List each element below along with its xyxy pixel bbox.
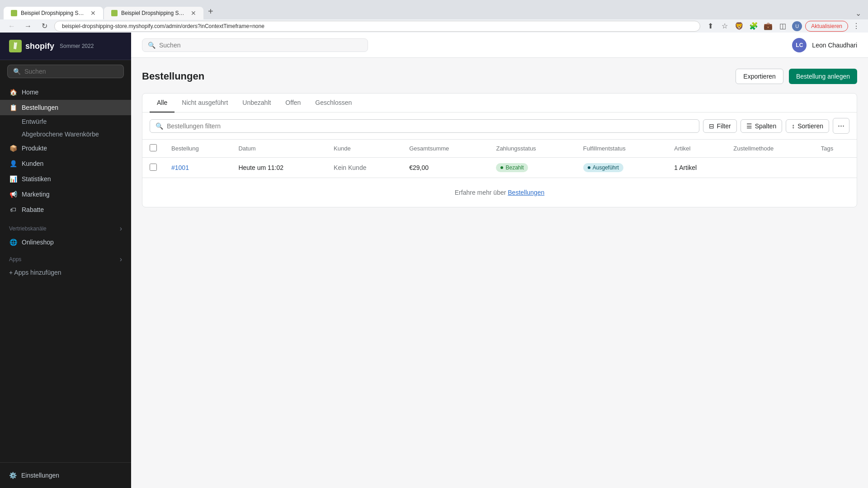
zahlungsstatus-dot — [500, 166, 503, 169]
filter-button[interactable]: ⊟ Filter — [703, 119, 737, 133]
browser-tabs: Beispiel Dropshipping Store · ... ✕ Beis… — [0, 0, 868, 19]
nav-section-title-vertrieb: Vertriebskanäle › — [0, 219, 131, 235]
sidebar-search-area: 🔍 — [0, 60, 131, 83]
filter-search-icon: 🔍 — [156, 122, 163, 130]
cell-artikel: 1 Artikel — [667, 158, 726, 178]
wallet-icon[interactable]: 💼 — [762, 20, 774, 33]
shopify-logo-icon — [9, 40, 22, 52]
app-wrapper: shopify Sommer 2022 🔍 🏠 Home 📋 Bestellun… — [0, 33, 868, 488]
sidebar-item-onlineshop[interactable]: 🌐 Onlineshop — [0, 235, 131, 250]
tab-offen[interactable]: Offen — [278, 94, 308, 113]
menu-icon[interactable]: ⋮ — [850, 20, 863, 33]
sidebar-item-produkte-label: Produkte — [22, 145, 47, 152]
sidebar-item-marketing-label: Marketing — [22, 191, 49, 198]
browser-tab-1[interactable]: Beispiel Dropshipping Store · ... ✕ — [4, 7, 103, 19]
vertrieb-expand-icon[interactable]: › — [120, 225, 122, 233]
nav-section-title-apps: Apps › — [0, 250, 131, 265]
tab-geschlossen[interactable]: Geschlossen — [308, 94, 359, 113]
table-header: Bestellung Datum Kunde Gesamtsumme Zahlu… — [142, 140, 857, 158]
sidebar-item-entwuerfe[interactable]: Entwürfe — [0, 115, 131, 128]
learn-more-text: Erfahre mehr über — [455, 189, 506, 196]
cell-zustellmethode — [726, 158, 813, 178]
topbar-search-icon: 🔍 — [148, 42, 156, 49]
filter-search-wrapper[interactable]: 🔍 — [150, 119, 699, 133]
reload-button[interactable]: ↻ — [38, 20, 51, 33]
orders-table: Bestellung Datum Kunde Gesamtsumme Zahlu… — [142, 140, 857, 178]
user-avatar: LC — [792, 38, 807, 52]
topbar-search-wrapper[interactable]: 🔍 — [142, 38, 368, 52]
row-checkbox[interactable] — [150, 164, 157, 171]
new-tab-button[interactable]: + — [204, 4, 217, 19]
sidebar-item-statistiken[interactable]: 📊 Statistiken — [0, 171, 131, 187]
tab-title-2: Beispiel Dropshipping Store — [121, 10, 185, 16]
tab-unbezahlt[interactable]: Unbezahlt — [235, 94, 278, 113]
tab-nicht-ausgefuehrt[interactable]: Nicht ausgeführt — [175, 94, 235, 113]
brave-icon[interactable]: 🦁 — [733, 20, 745, 33]
profile-icon[interactable]: U — [791, 20, 803, 33]
table-row[interactable]: #1001 Heute um 11:02 Kein Kunde €29,00 B… — [142, 158, 857, 178]
sort-icon: ↕ — [792, 122, 795, 130]
sidebar-toggle-icon[interactable]: ◫ — [776, 20, 789, 33]
apps-label: Apps — [9, 256, 21, 263]
col-header-bestellung: Bestellung — [164, 140, 231, 158]
sidebar-header: shopify Sommer 2022 — [0, 33, 131, 60]
rabatte-icon: 🏷 — [9, 206, 17, 214]
sidebar-item-settings-label: Einstellungen — [21, 472, 59, 479]
sidebar-search-input[interactable] — [24, 68, 118, 75]
produkte-icon: 📦 — [9, 144, 17, 152]
sidebar-item-kunden[interactable]: 👤 Kunden — [0, 156, 131, 171]
col-header-zustellmethode: Zustellmethode — [726, 140, 813, 158]
cell-datum: Heute um 11:02 — [231, 158, 326, 178]
sidebar-item-home-label: Home — [22, 89, 38, 96]
sidebar-bottom: ⚙️ Einstellungen — [0, 462, 131, 488]
sidebar-item-entwuerfe-label: Entwürfe — [22, 118, 47, 125]
sidebar: shopify Sommer 2022 🔍 🏠 Home 📋 Bestellun… — [0, 33, 131, 488]
filter-search-input[interactable] — [167, 122, 693, 130]
main-content: 🔍 LC Leon Chaudhari Bestellungen Exporti… — [131, 33, 868, 488]
sidebar-item-marketing[interactable]: 📢 Marketing — [0, 187, 131, 202]
sort-button[interactable]: ↕ Sortieren — [786, 119, 829, 133]
forward-button[interactable]: → — [22, 20, 34, 33]
header-actions: Exportieren Bestellung anlegen — [736, 69, 857, 84]
sidebar-item-home[interactable]: 🏠 Home — [0, 84, 131, 100]
select-all-checkbox[interactable] — [150, 144, 157, 151]
tabs-menu-button[interactable]: ⌄ — [852, 7, 864, 19]
columns-button[interactable]: ☰ Spalten — [741, 119, 782, 133]
tab-close-1[interactable]: ✕ — [90, 9, 96, 17]
export-button[interactable]: Exportieren — [736, 69, 783, 84]
tab-alle[interactable]: Alle — [150, 94, 175, 113]
browser-action-buttons: ⬆ ☆ 🦁 🧩 💼 ◫ U Aktualisieren ⋮ — [704, 20, 863, 33]
more-actions-button[interactable]: ··· — [833, 118, 849, 134]
topbar-search-input[interactable] — [159, 42, 362, 49]
learn-more-link[interactable]: Bestellungen — [508, 189, 544, 196]
extension-icon[interactable]: 🧩 — [747, 20, 760, 33]
sidebar-item-rabatte[interactable]: 🏷 Rabatte — [0, 202, 131, 217]
onlineshop-icon: 🌐 — [9, 238, 17, 246]
tab-close-2[interactable]: ✕ — [191, 9, 196, 17]
sidebar-item-warenkoerbe-label: Abgebrochene Warenkörbe — [22, 131, 99, 138]
sidebar-item-apps-add[interactable]: + Apps hinzufügen — [0, 265, 131, 280]
create-order-button[interactable]: Bestellung anlegen — [789, 69, 857, 84]
order-link[interactable]: #1001 — [171, 164, 189, 171]
back-button[interactable]: ← — [5, 20, 18, 33]
filter-btn-label: Filter — [717, 122, 731, 130]
sidebar-search-wrapper[interactable]: 🔍 — [7, 65, 124, 78]
share-icon[interactable]: ⬆ — [704, 20, 717, 33]
sidebar-season: Sommer 2022 — [60, 43, 94, 49]
orders-tabs: Alle Nicht ausgeführt Unbezahlt Offen Ge… — [142, 94, 857, 113]
update-button[interactable]: Aktualisieren — [805, 21, 848, 32]
bookmark-icon[interactable]: ☆ — [718, 20, 731, 33]
address-bar[interactable]: beispiel-dropshipping-store.myshopify.co… — [54, 21, 700, 32]
sidebar-item-settings[interactable]: ⚙️ Einstellungen — [0, 468, 131, 483]
table-toolbar: 🔍 ⊟ Filter ☰ Spalten ↕ Sortieren — [142, 113, 857, 140]
sidebar-item-bestellungen[interactable]: 📋 Bestellungen — [0, 100, 131, 115]
apps-expand-icon[interactable]: › — [120, 255, 122, 263]
shopify-logo: shopify Sommer 2022 — [9, 40, 94, 52]
select-all-header — [142, 140, 164, 158]
browser-tab-2[interactable]: Beispiel Dropshipping Store ✕ — [104, 7, 203, 19]
sidebar-item-warenkörbe[interactable]: Abgebrochene Warenkörbe — [0, 128, 131, 141]
sidebar-item-produkte[interactable]: 📦 Produkte — [0, 141, 131, 156]
browser-nav-bar: ← → ↻ beispiel-dropshipping-store.myshop… — [0, 19, 868, 33]
cell-zahlungsstatus: Bezahlt — [489, 158, 576, 178]
page-content: Bestellungen Exportieren Bestellung anle… — [131, 58, 868, 218]
